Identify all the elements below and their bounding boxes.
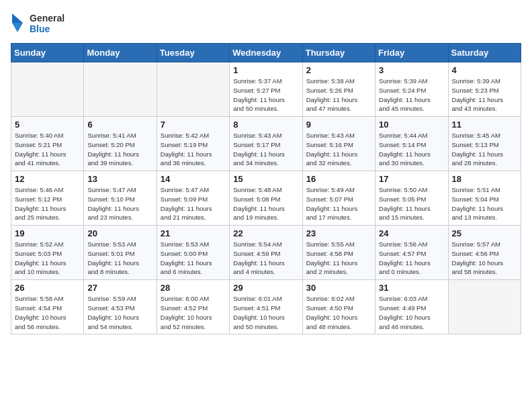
weekday-header-saturday: Saturday: [448, 44, 521, 62]
day-info: Sunrise: 5:37 AM Sunset: 5:27 PM Dayligh…: [233, 77, 298, 113]
day-info: Sunrise: 6:01 AM Sunset: 4:51 PM Dayligh…: [233, 294, 298, 331]
calendar-cell: 30Sunrise: 6:02 AM Sunset: 4:50 PM Dayli…: [302, 280, 375, 334]
day-number: 29: [233, 283, 298, 293]
day-info: Sunrise: 5:40 AM Sunset: 5:21 PM Dayligh…: [15, 131, 80, 168]
day-number: 3: [379, 65, 444, 75]
day-number: 5: [15, 120, 80, 130]
day-info: Sunrise: 5:42 AM Sunset: 5:19 PM Dayligh…: [161, 131, 226, 168]
day-number: 13: [87, 174, 152, 184]
day-number: 6: [87, 120, 152, 130]
day-info: Sunrise: 5:38 AM Sunset: 5:26 PM Dayligh…: [306, 77, 371, 113]
day-number: 12: [15, 174, 80, 184]
calendar-week-1: 1Sunrise: 5:37 AM Sunset: 5:27 PM Daylig…: [11, 62, 521, 117]
calendar-cell: 15Sunrise: 5:48 AM Sunset: 5:08 PM Dayli…: [230, 171, 302, 226]
day-info: Sunrise: 5:44 AM Sunset: 5:14 PM Dayligh…: [379, 131, 444, 168]
day-number: 17: [379, 174, 444, 184]
calendar-cell: 4Sunrise: 5:39 AM Sunset: 5:23 PM Daylig…: [448, 62, 521, 117]
calendar-cell: 5Sunrise: 5:40 AM Sunset: 5:21 PM Daylig…: [11, 117, 84, 171]
day-info: Sunrise: 5:43 AM Sunset: 5:16 PM Dayligh…: [306, 131, 371, 168]
calendar-cell: 17Sunrise: 5:50 AM Sunset: 5:05 PM Dayli…: [375, 171, 448, 226]
calendar-cell: 16Sunrise: 5:49 AM Sunset: 5:07 PM Dayli…: [302, 171, 375, 226]
day-number: 22: [233, 228, 298, 238]
day-info: Sunrise: 5:47 AM Sunset: 5:10 PM Dayligh…: [87, 185, 152, 222]
calendar-week-5: 26Sunrise: 5:58 AM Sunset: 4:54 PM Dayli…: [11, 280, 521, 334]
calendar-cell: 29Sunrise: 6:01 AM Sunset: 4:51 PM Dayli…: [230, 280, 302, 334]
day-info: Sunrise: 5:47 AM Sunset: 5:09 PM Dayligh…: [161, 185, 226, 222]
logo: GeneralBlue: [11, 11, 85, 35]
calendar-cell: 1Sunrise: 5:37 AM Sunset: 5:27 PM Daylig…: [230, 62, 302, 117]
calendar-cell: 6Sunrise: 5:41 AM Sunset: 5:20 PM Daylig…: [84, 117, 157, 171]
calendar-cell: 19Sunrise: 5:52 AM Sunset: 5:03 PM Dayli…: [11, 226, 84, 280]
calendar-cell: 18Sunrise: 5:51 AM Sunset: 5:04 PM Dayli…: [448, 171, 521, 226]
calendar-cell: 24Sunrise: 5:56 AM Sunset: 4:57 PM Dayli…: [375, 226, 448, 280]
calendar-cell: 26Sunrise: 5:58 AM Sunset: 4:54 PM Dayli…: [11, 280, 84, 334]
day-info: Sunrise: 5:39 AM Sunset: 5:24 PM Dayligh…: [379, 77, 444, 113]
day-number: 18: [452, 174, 517, 184]
calendar-cell: 3Sunrise: 5:39 AM Sunset: 5:24 PM Daylig…: [375, 62, 448, 117]
day-info: Sunrise: 5:45 AM Sunset: 5:13 PM Dayligh…: [452, 131, 517, 168]
day-info: Sunrise: 5:46 AM Sunset: 5:12 PM Dayligh…: [15, 185, 80, 222]
weekday-header-tuesday: Tuesday: [157, 44, 229, 62]
day-info: Sunrise: 5:59 AM Sunset: 4:53 PM Dayligh…: [87, 294, 152, 331]
calendar-cell: 20Sunrise: 5:53 AM Sunset: 5:01 PM Dayli…: [84, 226, 157, 280]
weekday-header-wednesday: Wednesday: [230, 44, 302, 62]
day-number: 9: [306, 120, 371, 130]
day-info: Sunrise: 5:56 AM Sunset: 4:57 PM Dayligh…: [379, 240, 444, 277]
day-number: 14: [161, 174, 226, 184]
calendar-table: SundayMondayTuesdayWednesdayThursdayFrid…: [11, 43, 521, 334]
svg-marker-2: [12, 13, 23, 23]
day-number: 24: [379, 228, 444, 238]
day-info: Sunrise: 5:53 AM Sunset: 5:00 PM Dayligh…: [161, 240, 226, 277]
day-info: Sunrise: 5:39 AM Sunset: 5:23 PM Dayligh…: [452, 77, 517, 113]
day-number: 20: [87, 228, 152, 238]
day-info: Sunrise: 6:02 AM Sunset: 4:50 PM Dayligh…: [306, 294, 371, 331]
weekday-header-friday: Friday: [375, 44, 448, 62]
calendar-cell: 25Sunrise: 5:57 AM Sunset: 4:56 PM Dayli…: [448, 226, 521, 280]
svg-text:General: General: [30, 13, 64, 24]
day-number: 19: [15, 228, 80, 238]
day-number: 4: [452, 65, 517, 75]
day-info: Sunrise: 5:50 AM Sunset: 5:05 PM Dayligh…: [379, 185, 444, 222]
svg-marker-3: [12, 23, 23, 32]
day-info: Sunrise: 6:03 AM Sunset: 4:49 PM Dayligh…: [379, 294, 444, 331]
day-number: 10: [379, 120, 444, 130]
day-number: 7: [161, 120, 226, 130]
day-number: 15: [233, 174, 298, 184]
day-info: Sunrise: 5:43 AM Sunset: 5:17 PM Dayligh…: [233, 131, 298, 168]
day-info: Sunrise: 5:52 AM Sunset: 5:03 PM Dayligh…: [15, 240, 80, 277]
day-number: 31: [379, 283, 444, 293]
day-info: Sunrise: 5:41 AM Sunset: 5:20 PM Dayligh…: [87, 131, 152, 168]
calendar-cell: 12Sunrise: 5:46 AM Sunset: 5:12 PM Dayli…: [11, 171, 84, 226]
day-info: Sunrise: 5:48 AM Sunset: 5:08 PM Dayligh…: [233, 185, 298, 222]
day-number: 21: [161, 228, 226, 238]
calendar-cell: 28Sunrise: 6:00 AM Sunset: 4:52 PM Dayli…: [157, 280, 229, 334]
calendar-cell: 7Sunrise: 5:42 AM Sunset: 5:19 PM Daylig…: [157, 117, 229, 171]
day-number: 16: [306, 174, 371, 184]
day-number: 25: [452, 228, 517, 238]
calendar-cell: 11Sunrise: 5:45 AM Sunset: 5:13 PM Dayli…: [448, 117, 521, 171]
day-info: Sunrise: 5:51 AM Sunset: 5:04 PM Dayligh…: [452, 185, 517, 222]
svg-text:Blue: Blue: [30, 24, 50, 34]
day-number: 2: [306, 65, 371, 75]
day-number: 11: [452, 120, 517, 130]
day-number: 26: [15, 283, 80, 293]
weekday-header-row: SundayMondayTuesdayWednesdayThursdayFrid…: [11, 44, 521, 62]
calendar-week-4: 19Sunrise: 5:52 AM Sunset: 5:03 PM Dayli…: [11, 226, 521, 280]
calendar-cell: [157, 62, 229, 117]
day-info: Sunrise: 5:58 AM Sunset: 4:54 PM Dayligh…: [15, 294, 80, 331]
calendar-cell: 2Sunrise: 5:38 AM Sunset: 5:26 PM Daylig…: [302, 62, 375, 117]
calendar-cell: [11, 62, 84, 117]
day-info: Sunrise: 5:55 AM Sunset: 4:58 PM Dayligh…: [306, 240, 371, 277]
day-info: Sunrise: 5:53 AM Sunset: 5:01 PM Dayligh…: [87, 240, 152, 277]
calendar-cell: [84, 62, 157, 117]
calendar-cell: 8Sunrise: 5:43 AM Sunset: 5:17 PM Daylig…: [230, 117, 302, 171]
calendar-cell: 23Sunrise: 5:55 AM Sunset: 4:58 PM Dayli…: [302, 226, 375, 280]
calendar-cell: 14Sunrise: 5:47 AM Sunset: 5:09 PM Dayli…: [157, 171, 229, 226]
day-number: 1: [233, 65, 298, 75]
day-info: Sunrise: 5:57 AM Sunset: 4:56 PM Dayligh…: [452, 240, 517, 277]
calendar-cell: 27Sunrise: 5:59 AM Sunset: 4:53 PM Dayli…: [84, 280, 157, 334]
calendar-cell: 31Sunrise: 6:03 AM Sunset: 4:49 PM Dayli…: [375, 280, 448, 334]
day-info: Sunrise: 5:49 AM Sunset: 5:07 PM Dayligh…: [306, 185, 371, 222]
logo-icon: GeneralBlue: [11, 11, 85, 35]
weekday-header-sunday: Sunday: [11, 44, 84, 62]
